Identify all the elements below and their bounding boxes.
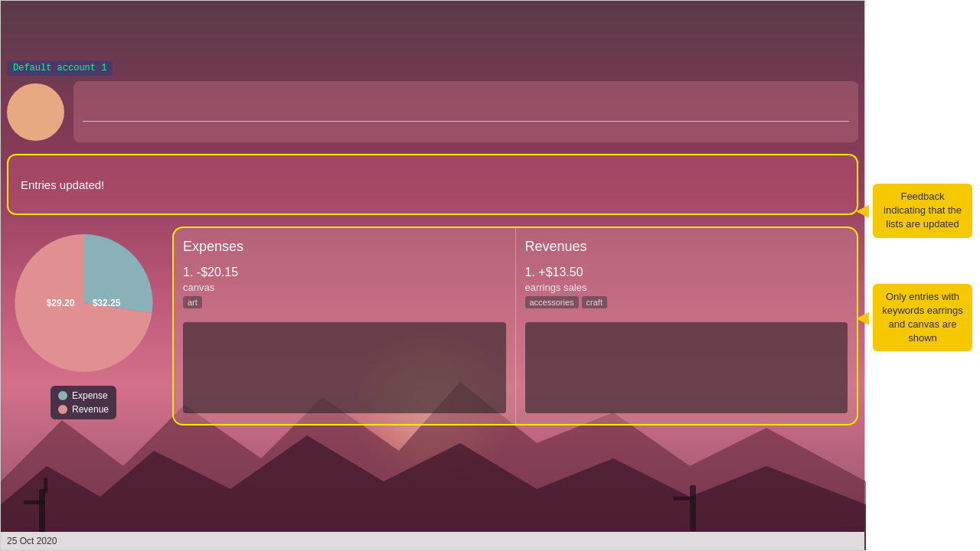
expense-tag-art: art bbox=[183, 296, 202, 308]
pie-chart-wrapper: $29.20 $32.25 bbox=[7, 227, 160, 380]
annotation-box-1: ◀ Feedback indicating that the lists are… bbox=[873, 184, 972, 238]
entries-panel: Expenses 1. -$20.15 canvas art bbox=[172, 227, 858, 425]
search-input[interactable] bbox=[83, 103, 849, 122]
annotation-container-1: ◀ Feedback indicating that the lists are… bbox=[873, 184, 972, 238]
revenue-dot bbox=[58, 405, 67, 414]
revenue-dark-area bbox=[525, 322, 848, 413]
expense-amount-1: 1. -$20.15 bbox=[183, 266, 506, 279]
revenue-value-1: +$13.50 bbox=[538, 266, 583, 279]
expense-dark-area bbox=[183, 322, 506, 413]
pie-label-expense: $29.20 bbox=[47, 298, 75, 308]
avatar bbox=[7, 83, 64, 141]
revenue-amount-1: 1. +$13.50 bbox=[525, 266, 848, 279]
revenue-desc-1: earrings sales bbox=[525, 282, 848, 293]
legend-revenue: Revenue bbox=[58, 404, 109, 415]
revenue-label: Revenue bbox=[72, 404, 109, 415]
expense-tags-1: art bbox=[183, 296, 506, 308]
main-window: 💰 Common Cents - If you have it, use it.… bbox=[0, 0, 865, 551]
expense-label: Expense bbox=[72, 390, 108, 401]
status-date: 25 Oct 2020 bbox=[7, 536, 57, 546]
top-section bbox=[7, 81, 858, 142]
pie-label-revenue: $32.25 bbox=[93, 298, 121, 308]
account-badge[interactable]: Default account 1 bbox=[7, 60, 113, 76]
annotation-panel: ◀ Feedback indicating that the lists are… bbox=[865, 0, 980, 551]
annotation-container-2: ◀ Only entries with keywords earrings an… bbox=[873, 284, 972, 352]
expense-number-1: 1. bbox=[183, 266, 193, 279]
status-bar: 25 Oct 2020 bbox=[1, 532, 864, 550]
expenses-title: Expenses bbox=[183, 239, 506, 255]
pie-chart bbox=[7, 227, 160, 380]
annotation-box-2: ◀ Only entries with keywords earrings an… bbox=[873, 284, 972, 352]
expense-value-1: -$20.15 bbox=[197, 266, 238, 279]
annotation-text-2: Only entries with keywords earrings and … bbox=[882, 291, 963, 344]
revenue-number-1: 1. bbox=[525, 266, 535, 279]
expenses-column: Expenses 1. -$20.15 canvas art bbox=[174, 228, 516, 424]
entries-updated-text: Entries updated! bbox=[21, 178, 104, 191]
entries-updated-banner: Entries updated! bbox=[7, 154, 858, 215]
bottom-section: $29.20 $32.25 Expense Revenue bbox=[7, 227, 858, 527]
content-area: Default account 1 Entries updated! bbox=[1, 54, 864, 550]
annotation-text-1: Feedback indicating that the lists are u… bbox=[884, 191, 962, 230]
revenue-tag-craft: craft bbox=[582, 296, 607, 308]
expense-dot bbox=[58, 391, 67, 400]
revenues-column: Revenues 1. +$13.50 earrings sales acces… bbox=[516, 228, 858, 424]
legend-expense: Expense bbox=[58, 390, 109, 401]
expense-entry-1: 1. -$20.15 canvas art bbox=[183, 266, 506, 308]
revenues-title: Revenues bbox=[525, 239, 848, 255]
search-box bbox=[74, 81, 858, 142]
chart-legend: Expense Revenue bbox=[51, 386, 116, 419]
revenue-tags-1: accessories craft bbox=[525, 296, 848, 308]
chart-area: $29.20 $32.25 Expense Revenue bbox=[7, 227, 160, 419]
expense-desc-1: canvas bbox=[183, 282, 506, 293]
revenue-entry-1: 1. +$13.50 earrings sales accessories cr… bbox=[525, 266, 848, 308]
revenue-tag-accessories: accessories bbox=[525, 296, 579, 308]
